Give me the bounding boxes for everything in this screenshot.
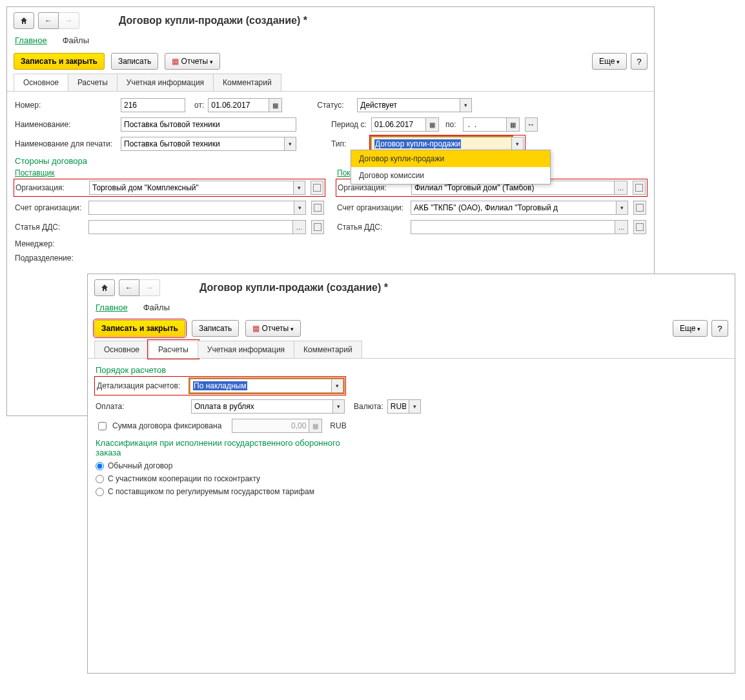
- expand-period-button[interactable]: ↔: [525, 117, 538, 132]
- chevron-down-icon[interactable]: ▾: [617, 201, 628, 215]
- open-icon: [314, 223, 321, 231]
- type-option-sale[interactable]: Договор купли-продажи: [351, 150, 550, 167]
- print-name-input[interactable]: [121, 137, 285, 151]
- save-close-button[interactable]: Записать и закрыть: [14, 53, 105, 70]
- report-icon: ▦: [172, 57, 179, 66]
- type-dropdown-menu: Договор купли-продажи Договор комиссии: [351, 150, 551, 185]
- save-button[interactable]: Записать: [192, 320, 239, 337]
- ellipsis-icon[interactable]: …: [293, 220, 306, 234]
- type-option-commission[interactable]: Договор комиссии: [351, 167, 550, 184]
- ellipsis-icon[interactable]: …: [615, 220, 628, 234]
- help-button[interactable]: ?: [631, 53, 648, 70]
- reports-button[interactable]: ▦ Отчеты: [245, 320, 300, 337]
- print-name-label: Наименование для печати:: [15, 139, 117, 148]
- forward-button: →: [59, 12, 79, 29]
- acc-supplier-input[interactable]: [88, 201, 294, 215]
- tab-main[interactable]: Основное: [14, 74, 68, 91]
- tab-account[interactable]: Учетная информация: [198, 341, 294, 358]
- payment-input[interactable]: [191, 399, 333, 414]
- dept-label: Подразделение:: [15, 254, 117, 263]
- status-dropdown-icon[interactable]: ▾: [460, 98, 472, 112]
- tab-calc[interactable]: Расчеты: [68, 74, 117, 91]
- open-icon: [636, 204, 644, 212]
- dds-supplier-input[interactable]: [88, 220, 293, 234]
- detail-dropdown-icon[interactable]: ▾: [332, 379, 343, 393]
- more-button[interactable]: Еще: [592, 53, 627, 70]
- fixed-sum-currency: RUB: [330, 421, 346, 423]
- tab-comment[interactable]: Комментарий: [213, 74, 281, 91]
- open-icon: [635, 184, 643, 192]
- fixed-sum-label: Сумма договора фиксирована: [112, 421, 221, 423]
- type-input[interactable]: Договор купли-продажи: [371, 137, 512, 151]
- tab-calc[interactable]: Расчеты: [148, 341, 198, 358]
- detail-label: Детализация расчетов:: [97, 381, 186, 390]
- number-label: Номер:: [15, 101, 117, 110]
- type-label: Тип:: [331, 139, 367, 148]
- currency-input: [387, 399, 409, 414]
- type-dropdown-icon[interactable]: ▾: [512, 137, 524, 151]
- chevron-down-icon[interactable]: ▾: [294, 181, 305, 195]
- tab-main[interactable]: Основное: [94, 341, 149, 358]
- tab-account[interactable]: Учетная информация: [117, 74, 214, 91]
- open-acc-supplier[interactable]: [311, 201, 324, 215]
- home-button[interactable]: [94, 279, 115, 296]
- save-close-button[interactable]: Записать и закрыть: [94, 320, 185, 337]
- arrow-right-icon: →: [146, 283, 154, 292]
- manager-label: Менеджер:: [15, 239, 117, 248]
- section-main[interactable]: Главное: [15, 35, 47, 45]
- reports-button[interactable]: ▦ Отчеты: [165, 53, 219, 70]
- help-button[interactable]: ?: [711, 320, 728, 337]
- open-org-supplier[interactable]: [311, 181, 323, 195]
- fixed-sum-checkbox[interactable]: [98, 422, 107, 423]
- period-to-input[interactable]: [463, 117, 507, 132]
- chevron-down-icon[interactable]: ▾: [294, 201, 306, 215]
- report-icon: ▦: [252, 324, 260, 333]
- open-org-buyer[interactable]: [633, 181, 646, 195]
- window-title: Договор купли-продажи (создание) *: [199, 282, 388, 294]
- open-icon: [636, 223, 644, 231]
- name-input[interactable]: [121, 117, 296, 132]
- currency-dropdown-icon[interactable]: ▾: [409, 399, 421, 414]
- calculator-icon: ▦: [309, 419, 322, 423]
- period-from-label: Период с:: [331, 120, 367, 129]
- open-icon: [313, 184, 321, 192]
- back-button[interactable]: ←: [119, 279, 139, 296]
- status-label: Статус:: [317, 101, 353, 110]
- print-name-dropdown-icon[interactable]: ▾: [285, 137, 296, 151]
- home-button[interactable]: [14, 12, 34, 29]
- open-dds-supplier[interactable]: [311, 220, 324, 234]
- detail-input[interactable]: По накладным: [190, 379, 332, 393]
- name-label: Наименование:: [15, 120, 117, 129]
- supplier-header[interactable]: Поставщик: [15, 168, 55, 177]
- forward-button: →: [139, 279, 160, 296]
- more-button[interactable]: Еще: [673, 320, 708, 337]
- number-input[interactable]: [121, 98, 185, 112]
- section-files[interactable]: Файлы: [63, 35, 89, 45]
- arrow-right-icon: →: [65, 16, 73, 25]
- dds-buyer-input[interactable]: [411, 220, 615, 234]
- save-button[interactable]: Записать: [111, 53, 158, 70]
- tab-comment[interactable]: Комментарий: [294, 341, 362, 358]
- payment-dropdown-icon[interactable]: ▾: [333, 399, 345, 414]
- org-buyer-label: Организация:: [338, 183, 407, 192]
- open-dds-buyer[interactable]: [633, 220, 646, 234]
- calendar-icon[interactable]: ▦: [426, 117, 439, 132]
- acc-buyer-input[interactable]: [411, 201, 617, 215]
- ellipsis-icon[interactable]: …: [615, 181, 628, 195]
- section-main[interactable]: Главное: [96, 303, 128, 312]
- calendar-icon[interactable]: ▦: [269, 98, 282, 112]
- org-supplier-input[interactable]: [89, 181, 294, 195]
- back-button[interactable]: ←: [38, 12, 59, 29]
- period-from-input[interactable]: [371, 117, 426, 132]
- open-icon: [314, 204, 321, 212]
- calc-order-header: Порядок расчетов: [96, 365, 727, 375]
- section-files[interactable]: Файлы: [143, 303, 170, 312]
- open-acc-buyer[interactable]: [633, 201, 646, 215]
- date-from-input[interactable]: [208, 98, 269, 112]
- calendar-icon[interactable]: ▦: [507, 117, 520, 132]
- parties-header: Стороны договора: [15, 156, 646, 166]
- window-title: Договор купли-продажи (создание) *: [119, 15, 307, 26]
- acc-buyer-label: Счет организации:: [337, 203, 407, 212]
- status-input[interactable]: [357, 98, 460, 112]
- arrow-left-icon: ←: [45, 16, 52, 25]
